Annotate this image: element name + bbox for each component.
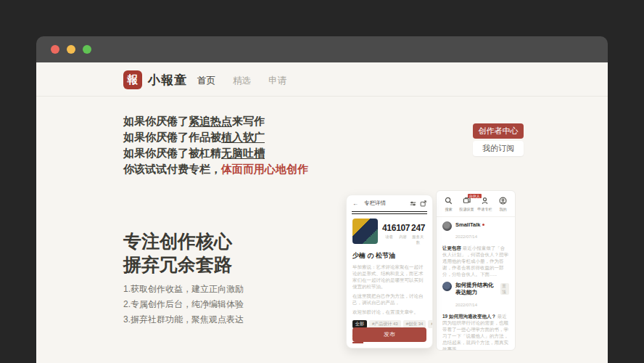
hero-emphasis: 紧追热点 bbox=[189, 115, 232, 127]
feature-heading: 专注创作核心 摒弃冗余套路 bbox=[123, 229, 232, 276]
minimize-window-icon[interactable] bbox=[67, 45, 75, 54]
stat-value: 107 bbox=[396, 223, 410, 233]
stat-label: 内容 bbox=[397, 234, 409, 240]
hero-copy: 如果你厌倦了紧追热点来写作 如果你厌倦了作品被植入软广 如果你厌倦了被杠精无脑吐… bbox=[123, 113, 308, 177]
feed-tab-label: 搜索 bbox=[441, 207, 456, 213]
feature-point: 1.获取创作收益，建立正向激励 bbox=[123, 282, 244, 297]
feed-item-text: 最近因为组织举行讨论的需要，也顺带看了一些心理学方面的书，学习了一下「说服他人」… bbox=[442, 314, 508, 351]
hero-emphasis: 无脑吐槽 bbox=[221, 147, 265, 159]
tag-chip: #思维方式 bbox=[428, 320, 433, 328]
hero-line-2: 如果你厌倦了作品被植入软广 bbox=[123, 129, 308, 145]
avatar bbox=[442, 221, 452, 231]
site-title[interactable]: 小報童 bbox=[148, 72, 187, 89]
feature-point: 3.摒弃社群功能，聚焦观点表达 bbox=[123, 312, 244, 327]
phone-mockup-column-detail: ← 专栏详情 416读者 107内容 247服务天数 少楠 の 松节油 毕加索说… bbox=[346, 195, 433, 348]
cta-group: 创作者中心 我的订阅 bbox=[473, 123, 524, 156]
window-titlebar bbox=[36, 36, 608, 62]
feed-column-title: 如何提升结构化表达能力 bbox=[455, 282, 498, 296]
feed-item-header: SmallTalk 2022/07/14 bbox=[442, 221, 509, 241]
post-author-name: 少楠 bbox=[366, 348, 377, 348]
back-arrow-icon: ← bbox=[352, 200, 358, 207]
hero-line-1: 如果你厌倦了紧追热点来写作 bbox=[123, 113, 308, 129]
maximize-window-icon[interactable] bbox=[83, 45, 91, 54]
stat-label: 读者 bbox=[383, 234, 395, 240]
hero-line-3: 如果你厌倦了被杠精无脑吐槽 bbox=[123, 145, 308, 161]
tag-chips: 全部 #产品设计 43 #创业 34 #思维方式 bbox=[347, 315, 432, 328]
tune-icon bbox=[410, 200, 416, 207]
column-stats: 416读者 107内容 247服务天数 bbox=[378, 219, 426, 247]
publish-button: 发布 bbox=[352, 327, 426, 342]
hero-emphasis: 植入软广 bbox=[221, 131, 265, 143]
unread-dot-icon bbox=[482, 224, 484, 226]
hero-text: 如果你厌倦了被杠精 bbox=[123, 147, 221, 159]
column-description: 欢迎加群讨论，在置顶文章中。 bbox=[347, 306, 432, 315]
creator-center-button[interactable]: 创作者中心 bbox=[473, 123, 524, 139]
page-content: 報 小報童 首页 精选 申请 如果你厌倦了紧追热点来写作 如果你厌倦了作品被植入… bbox=[36, 62, 608, 363]
nav-item-home[interactable]: 首页 bbox=[197, 75, 215, 87]
column-profile: 416读者 107内容 247服务天数 bbox=[347, 214, 432, 247]
feed-item-date: 2022/07/14 bbox=[455, 234, 477, 239]
feed-tab-apply-column: 申请专栏 bbox=[476, 197, 494, 213]
feed-item-body: 19 如何用沟通改变他人？ 最近因为组织举行讨论的需要，也顺带看了一些心理学方面… bbox=[442, 313, 509, 351]
feature-heading-line2: 摒弃冗余套路 bbox=[123, 253, 232, 276]
feature-heading-line1: 专注创作核心 bbox=[123, 229, 232, 253]
hero-text: 如果你厌倦了 bbox=[123, 115, 189, 127]
hero-accent-text: 体面而用心地创作 bbox=[221, 163, 308, 175]
feed-tab-label: 投递设置 bbox=[459, 207, 474, 213]
column-description: 毕加索说：艺术评论家聚在一起讨论的是形式、结构和意义，而艺术家们在一起讨论的是哪… bbox=[347, 261, 432, 290]
hero-line-4: 你该试试付费专栏，体面而用心地创作 bbox=[123, 161, 308, 177]
feed-tab-label: 申请专栏 bbox=[477, 207, 492, 213]
nav-item-featured[interactable]: 精选 bbox=[233, 75, 251, 87]
feed-item-lead: 让更包容 bbox=[442, 245, 461, 250]
hero-text: 你该试试付费专栏， bbox=[123, 163, 221, 175]
feed-author-name: SmallTalk bbox=[455, 221, 480, 228]
nav-item-apply[interactable]: 申请 bbox=[268, 75, 286, 87]
column-avatar bbox=[352, 219, 378, 244]
feed-item: SmallTalk 2022/07/14 让更包容 最近小报童做了「合伙人计划」… bbox=[437, 217, 515, 277]
post-row: 少楠作者 2022/06/30 … bbox=[347, 343, 432, 348]
column-description: 在这里我把自己作为方法，讨论自己，调试自己的产品， bbox=[347, 290, 432, 306]
feed-item-header: 如何提升结构化表达能力置顶 2022/07/14 bbox=[442, 282, 509, 309]
hero-text: 来写作 bbox=[232, 115, 265, 127]
stat-value: 416 bbox=[382, 223, 396, 233]
share-icon bbox=[420, 200, 426, 207]
avatar bbox=[442, 282, 452, 291]
phone-mockup-feed: 搜索 合伙人 投递设置 申请专栏 我的 bbox=[436, 190, 516, 351]
site-logo-icon[interactable]: 報 bbox=[123, 70, 142, 89]
feed-tab-delivery-settings: 合伙人 投递设置 bbox=[458, 197, 476, 213]
site-header: 報 小報童 首页 精选 申请 bbox=[36, 62, 608, 97]
feed-tab-me: 我的 bbox=[494, 197, 512, 213]
pinned-chip: 置顶 bbox=[500, 283, 509, 295]
search-icon bbox=[445, 197, 453, 205]
feature-point: 2.专属创作后台，纯净编辑体验 bbox=[123, 297, 244, 312]
apply-column-icon bbox=[481, 197, 489, 205]
stat-value: 247 bbox=[411, 223, 425, 233]
column-name: 少楠 の 松节油 bbox=[347, 247, 432, 261]
feed-tab-search: 搜索 bbox=[439, 197, 458, 213]
feed-tab-label: 我的 bbox=[495, 207, 511, 213]
hero-text: 如果你厌倦了作品被 bbox=[123, 131, 221, 143]
browser-window: 報 小報童 首页 精选 申请 如果你厌倦了紧追热点来写作 如果你厌倦了作品被植入… bbox=[36, 36, 608, 363]
detail-header: ← 专栏详情 bbox=[347, 195, 432, 211]
detail-title: 专栏详情 bbox=[364, 200, 386, 207]
feed-item: 如何提升结构化表达能力置顶 2022/07/14 19 如何用沟通改变他人？ 最… bbox=[437, 277, 515, 351]
feed-item-body: 让更包容 最近小报童做了「合伙人计划」，何谓合伙人？想学透用他的专栏成小册，作为… bbox=[442, 245, 509, 277]
stat-label: 服务天数 bbox=[410, 234, 425, 246]
profile-icon bbox=[499, 197, 507, 205]
main-nav: 首页 精选 申请 bbox=[197, 75, 286, 87]
feature-points: 1.获取创作收益，建立正向激励 2.专属创作后台，纯净编辑体验 3.摒弃社群功能… bbox=[123, 282, 244, 327]
close-window-icon[interactable] bbox=[51, 45, 59, 54]
feed-item-date: 2022/07/14 bbox=[455, 303, 477, 307]
feed-item-lead: 19 如何用沟通改变他人？ bbox=[442, 314, 496, 319]
my-subscriptions-button[interactable]: 我的订阅 bbox=[473, 141, 524, 156]
feed-icon-tabs: 搜索 合伙人 投递设置 申请专栏 我的 bbox=[437, 191, 515, 217]
